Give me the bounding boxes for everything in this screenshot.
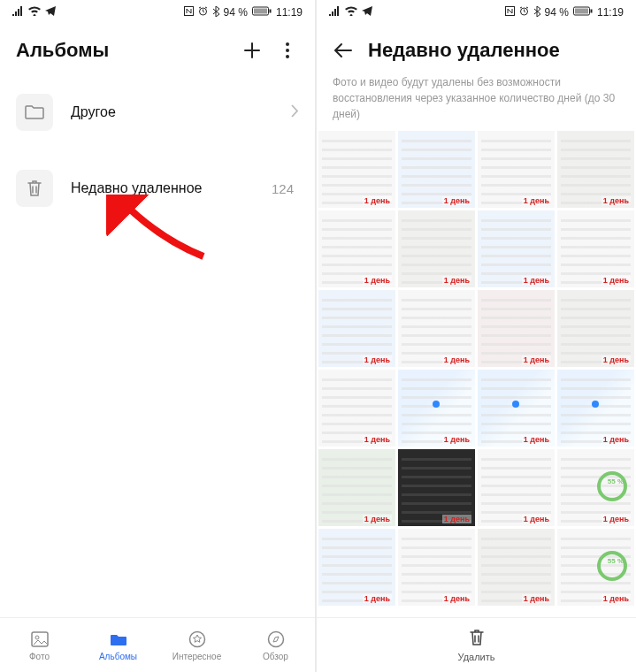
- thumbnail[interactable]: 1 день: [398, 370, 475, 447]
- nav-label: Альбомы: [99, 652, 137, 661]
- thumbnail[interactable]: 1 день: [318, 529, 395, 606]
- folder-icon: [16, 94, 53, 131]
- thumbnail[interactable]: 1 день: [557, 210, 634, 287]
- delete-label: Удалить: [458, 652, 495, 662]
- nav-interesting[interactable]: Интересное: [157, 630, 236, 661]
- nfc-icon: [184, 6, 194, 19]
- nav-photo[interactable]: Фото: [0, 630, 79, 661]
- thumbnail[interactable]: 55 %1 день: [557, 449, 634, 526]
- thumbnail[interactable]: 1 день: [478, 131, 555, 208]
- bluetooth-icon: [212, 6, 219, 19]
- thumbnail[interactable]: 1 день: [557, 370, 634, 447]
- albums-icon: [109, 630, 128, 649]
- page-title: Альбомы: [16, 39, 228, 62]
- thumbnail[interactable]: 1 день: [398, 529, 475, 606]
- telegram-icon: [362, 6, 372, 19]
- info-text: Фото и видео будут удалены без возможнос…: [317, 74, 636, 131]
- signal-icon: [12, 6, 24, 19]
- album-row-other[interactable]: Другое: [0, 74, 315, 150]
- star-icon: [188, 630, 207, 649]
- thumbnail[interactable]: 1 день: [398, 131, 475, 208]
- svg-rect-15: [575, 9, 588, 14]
- status-right: 94 % 11:19: [184, 6, 303, 19]
- svg-point-5: [286, 42, 289, 46]
- chevron-right-icon: [291, 104, 299, 121]
- thumbnail[interactable]: 1 день: [318, 290, 395, 367]
- battery-text: 94 %: [224, 6, 248, 19]
- thumbnail[interactable]: 1 день: [398, 290, 475, 367]
- thumbnail[interactable]: 1 день: [478, 529, 555, 606]
- signal-icon: [329, 6, 341, 19]
- clock-text: 11:19: [597, 6, 624, 19]
- recently-deleted-screen: 94 % 11:19 Недавно удаленное Фото и виде…: [317, 0, 636, 672]
- status-right: 94 % 11:19: [505, 6, 624, 19]
- nav-albums[interactable]: Альбомы: [79, 630, 157, 661]
- album-count: 124: [272, 181, 294, 196]
- status-left: [329, 6, 372, 19]
- thumbnail[interactable]: 1 день: [398, 449, 475, 526]
- wifi-icon: [345, 6, 357, 19]
- svg-point-6: [286, 49, 289, 52]
- svg-rect-16: [590, 10, 592, 13]
- thumbnail[interactable]: 1 день: [318, 210, 395, 287]
- thumbnail[interactable]: 55 %1 день: [557, 529, 634, 606]
- battery-icon: [252, 6, 272, 19]
- album-label: Недавно удаленное: [71, 180, 254, 196]
- bluetooth-icon: [533, 6, 540, 19]
- page-title: Недавно удаленное: [368, 39, 620, 62]
- bottom-bar: Удалить: [317, 617, 636, 672]
- delete-button[interactable]: Удалить: [458, 628, 495, 662]
- thumbnail[interactable]: 1 день: [478, 370, 555, 447]
- battery-text: 94 %: [545, 6, 569, 19]
- nav-label: Обзор: [263, 652, 288, 661]
- thumbnail[interactable]: 1 день: [478, 290, 555, 367]
- more-button[interactable]: [276, 39, 299, 62]
- clock-text: 11:19: [276, 6, 303, 19]
- thumbnail[interactable]: 1 день: [318, 449, 395, 526]
- nav-label: Интересное: [172, 652, 222, 661]
- nav-label: Фото: [29, 652, 50, 661]
- battery-icon: [573, 6, 593, 19]
- trash-icon: [16, 170, 53, 207]
- svg-point-11: [268, 631, 283, 646]
- photo-icon: [30, 630, 50, 649]
- svg-rect-3: [254, 9, 267, 14]
- add-button[interactable]: [241, 39, 264, 62]
- status-bar: 94 % 11:19: [317, 0, 636, 25]
- album-label: Другое: [71, 104, 273, 120]
- status-bar: 94 % 11:19: [0, 0, 315, 25]
- bottom-nav: Фото Альбомы Интересное Обзор: [0, 617, 315, 672]
- trash-icon: [468, 628, 486, 649]
- back-button[interactable]: [333, 42, 356, 58]
- nfc-icon: [505, 6, 515, 19]
- svg-point-7: [286, 55, 289, 58]
- nav-overview[interactable]: Обзор: [236, 630, 315, 661]
- deleted-header: Недавно удаленное: [317, 25, 636, 74]
- albums-screen: 94 % 11:19 Альбомы Другое Недавно удален…: [0, 0, 317, 672]
- svg-rect-4: [269, 10, 271, 13]
- album-row-recently-deleted[interactable]: Недавно удаленное 124: [0, 150, 315, 226]
- thumbnail[interactable]: 1 день: [478, 210, 555, 287]
- thumbnail[interactable]: 1 день: [318, 131, 395, 208]
- compass-icon: [266, 630, 286, 649]
- alarm-icon: [519, 6, 529, 19]
- thumbnail[interactable]: 1 день: [398, 210, 475, 287]
- thumbnail[interactable]: 1 день: [557, 290, 634, 367]
- thumbnail[interactable]: 1 день: [478, 449, 555, 526]
- wifi-icon: [28, 6, 41, 19]
- albums-header: Альбомы: [0, 25, 315, 74]
- thumbnail-grid: 1 день 1 день 1 день 1 день 1 день 1 ден…: [317, 131, 636, 606]
- telegram-icon: [45, 6, 56, 19]
- status-left: [12, 6, 56, 19]
- alarm-icon: [198, 6, 208, 19]
- thumbnail[interactable]: 1 день: [557, 131, 634, 208]
- svg-point-9: [35, 636, 39, 639]
- thumbnail[interactable]: 1 день: [318, 370, 395, 447]
